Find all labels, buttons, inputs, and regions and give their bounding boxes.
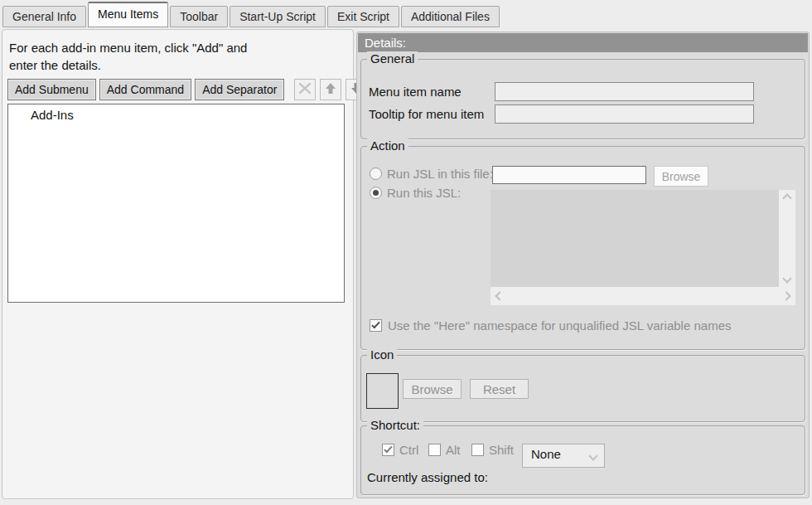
addin-builder-window: General Info Menu Items Toolbar Start-Up…	[0, 0, 812, 505]
jsl-horizontal-scrollbar[interactable]	[491, 287, 795, 305]
scroll-up-icon[interactable]	[782, 193, 791, 202]
tab-label: Toolbar	[180, 10, 218, 23]
move-up-button[interactable]	[320, 79, 341, 100]
menu-item-name-label: Menu item name	[369, 85, 462, 99]
tab-exit-script[interactable]: Exit Script	[327, 6, 399, 27]
ctrl-checkbox[interactable]	[382, 444, 394, 456]
icon-preview-box	[366, 373, 399, 409]
file-browse-button[interactable]: Browse	[654, 166, 708, 187]
tab-general-info[interactable]: General Info	[2, 6, 86, 27]
delete-icon	[297, 82, 312, 98]
tab-additional-files[interactable]: Additional Files	[401, 6, 500, 27]
jsl-editor	[491, 190, 795, 305]
shortcut-key-dropdown[interactable]: None	[522, 444, 605, 468]
tab-menu-items[interactable]: Menu Items	[88, 2, 168, 27]
jsl-file-path-input[interactable]	[492, 166, 646, 184]
tab-label: Additional Files	[411, 10, 490, 23]
move-up-icon	[325, 82, 336, 98]
instructions-text: For each add-in menu item, click "Add" a…	[9, 39, 247, 74]
add-separator-button[interactable]: Add Separator	[195, 79, 284, 100]
add-buttons-row: Add Submenu Add Command Add Separator	[7, 79, 367, 100]
shortcut-key-value: None	[531, 447, 561, 461]
here-namespace-label: Use the "Here" namespace for unqualified…	[388, 318, 732, 333]
run-this-jsl-radio[interactable]	[370, 187, 382, 199]
currently-assigned-label: Currently assigned to:	[367, 470, 488, 484]
general-group: General Menu item name Tooltip for menu …	[360, 59, 805, 139]
icon-group-title: Icon	[367, 347, 397, 362]
alt-checkbox[interactable]	[428, 444, 441, 456]
action-group: Action Run JSL in this file: Browse Run …	[360, 146, 805, 350]
menu-items-panel: For each add-in menu item, click "Add" a…	[2, 29, 354, 499]
run-jsl-file-radio[interactable]	[370, 168, 382, 180]
icon-group: Icon Browse Reset	[360, 355, 805, 422]
details-panel: Details: General Menu item name Tooltip …	[356, 32, 810, 498]
tab-bar: General Info Menu Items Toolbar Start-Up…	[2, 2, 500, 27]
here-namespace-checkbox[interactable]	[370, 319, 382, 332]
tab-label: General Info	[12, 10, 76, 23]
shift-label: Shift	[489, 443, 514, 457]
add-command-button[interactable]: Add Command	[99, 79, 191, 100]
ctrl-label: Ctrl	[399, 443, 418, 457]
checkmark-icon	[384, 444, 392, 454]
jsl-code-area[interactable]	[491, 190, 779, 287]
tab-startup-script[interactable]: Start-Up Script	[230, 6, 326, 27]
tree-item-add-ins[interactable]: Add-Ins	[8, 104, 344, 122]
add-submenu-button[interactable]: Add Submenu	[7, 79, 96, 100]
jsl-vertical-scrollbar[interactable]	[779, 190, 795, 287]
delete-item-button[interactable]	[294, 79, 316, 100]
details-header-label: Details:	[365, 36, 406, 50]
chevron-down-icon	[588, 451, 597, 460]
tooltip-input[interactable]	[495, 104, 754, 124]
action-group-title: Action	[367, 138, 408, 153]
menu-tree-listbox[interactable]: Add-Ins	[7, 104, 345, 303]
shortcut-group-title: Shortcut:	[367, 418, 423, 433]
shortcut-group: Shortcut: Ctrl Alt Shift None Currently …	[360, 425, 805, 495]
icon-browse-button[interactable]: Browse	[403, 379, 462, 399]
tab-label: Menu Items	[98, 7, 158, 21]
scroll-left-icon[interactable]	[495, 291, 504, 300]
tab-label: Exit Script	[337, 10, 389, 23]
run-this-jsl-label: Run this JSL:	[387, 186, 461, 200]
general-group-title: General	[367, 51, 418, 66]
checkmark-icon	[371, 320, 379, 329]
alt-label: Alt	[446, 443, 461, 457]
run-jsl-file-label: Run JSL in this file:	[387, 167, 493, 181]
scroll-right-icon[interactable]	[781, 291, 790, 300]
details-header: Details:	[358, 33, 808, 52]
scroll-down-icon[interactable]	[782, 274, 791, 283]
icon-reset-button[interactable]: Reset	[470, 379, 529, 399]
tab-toolbar[interactable]: Toolbar	[170, 6, 228, 27]
menu-item-name-input[interactable]	[495, 82, 754, 101]
tooltip-label: Tooltip for menu item	[369, 107, 484, 121]
instructions-line1: For each add-in menu item, click "Add" a…	[9, 39, 247, 56]
tab-label: Start-Up Script	[239, 10, 316, 23]
instructions-line2: enter the details.	[9, 56, 247, 74]
shift-checkbox[interactable]	[471, 444, 484, 456]
